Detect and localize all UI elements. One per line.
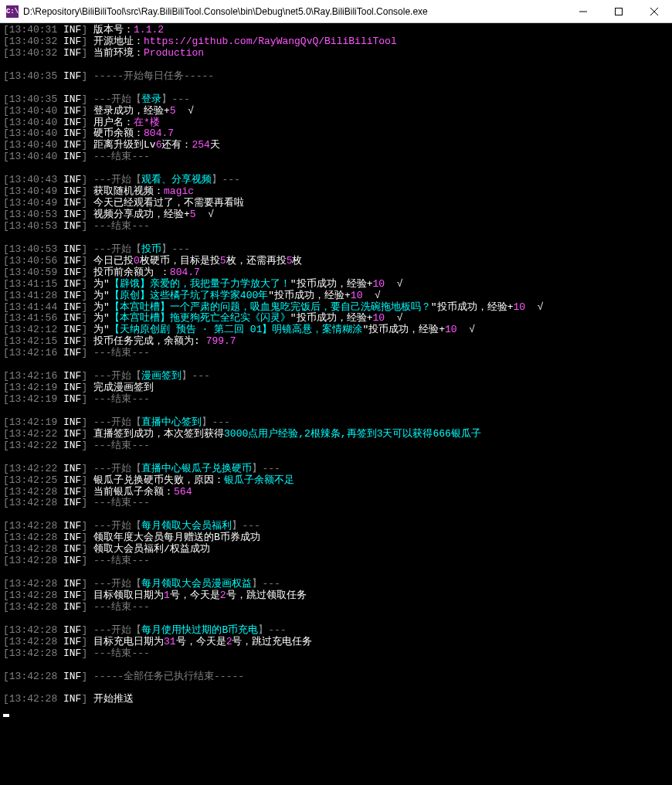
log-level: INF [63, 127, 81, 139]
log-line: [13:42:28 INF] 领取大会员福利/权益成功 [3, 544, 669, 556]
timestamp: [13:40:40 [3, 151, 63, 162]
log-segment: 直播签到成功，本次签到获得 [93, 428, 224, 440]
log-segment: 31 [164, 636, 176, 647]
log-line: [13:40:53 INF] ---开始【投币】--- [3, 244, 669, 256]
log-segment: 2 [220, 590, 226, 601]
log-line: [13:40:40 INF] 用户名：在*楼 [3, 117, 669, 129]
log-level: INF [63, 555, 81, 566]
log-segment: 799.7 [206, 335, 236, 347]
log-segment: 】--- [252, 463, 280, 474]
log-level: INF [63, 278, 81, 290]
log-level: INF [63, 347, 81, 359]
log-level: INF [63, 474, 81, 486]
log-level: INF [63, 220, 81, 232]
log-level: INF [63, 197, 81, 209]
log-segment: https://github.com/RayWangQvQ/BiliBiliTo… [144, 36, 397, 47]
log-level: INF [63, 382, 81, 393]
bracket-close: ] [81, 647, 93, 659]
log-segment: √ [385, 312, 402, 324]
log-segment: 10 [372, 278, 385, 290]
log-level: INF [63, 209, 81, 220]
log-line: [13:42:28 INF] 当前银瓜子余额：564 [3, 487, 669, 498]
log-segment: "投币成功，经验+ [268, 290, 351, 301]
log-level: INF [63, 70, 81, 82]
log-segment: 为" [93, 278, 110, 290]
log-segment: ---结束--- [93, 347, 150, 359]
log-segment: 10 [351, 290, 363, 301]
timestamp: [13:40:53 [3, 209, 63, 220]
log-segment: 获取随机视频： [93, 185, 164, 197]
log-level: INF [63, 590, 81, 601]
timestamp: [13:42:19 [3, 382, 63, 393]
log-segment: ---开始【 [93, 578, 141, 590]
timestamp: [13:42:28 [3, 543, 63, 555]
log-level: INF [63, 440, 81, 451]
bracket-close: ] [81, 671, 93, 682]
log-line: [13:40:31 INF] 版本号：1.1.2 [3, 25, 669, 36]
timestamp: [13:42:22 [3, 440, 63, 451]
log-segment: √ [176, 105, 194, 117]
log-line: [13:42:28 INF] ---结束--- [3, 498, 669, 509]
minimize-button[interactable] [565, 0, 601, 22]
log-segment: 登录 [141, 93, 161, 105]
log-segment: magic [164, 185, 194, 197]
maximize-button[interactable] [601, 0, 636, 22]
close-button[interactable] [636, 0, 672, 22]
log-segment: 【本宫吐槽】拖更狗死亡全纪实《闪灵》 [110, 312, 290, 324]
blank-line [3, 509, 669, 521]
log-segment: 1.1.2 [134, 24, 164, 36]
log-level: INF [63, 335, 81, 347]
bracket-close: ] [81, 151, 93, 162]
log-line: [13:42:28 INF] ---结束--- [3, 648, 669, 660]
terminal-output[interactable]: [13:40:31 INF] 版本号：1.1.2[13:40:32 INF] 开… [0, 23, 672, 785]
log-line: [13:42:28 INF] ---结束--- [3, 556, 669, 567]
timestamp: [13:42:28 [3, 636, 63, 647]
log-segment: 804.7 [170, 267, 200, 278]
log-segment: 当前银瓜子余额： [93, 486, 174, 498]
log-segment: ---开始【 [93, 624, 141, 636]
bracket-close: ] [81, 278, 93, 290]
log-segment: 银瓜子兑换硬币失败，原因： [93, 474, 224, 486]
bracket-close: ] [81, 267, 93, 278]
timestamp: [13:42:28 [3, 671, 63, 682]
log-line: [13:40:53 INF] 视频分享成功，经验+5 √ [3, 209, 669, 221]
log-segment: 距离升级到Lv [93, 139, 156, 151]
log-segment: 枚硬币，目标是投 [140, 255, 220, 267]
bracket-close: ] [81, 127, 93, 139]
log-segment: ---结束--- [93, 440, 150, 451]
blank-line [3, 452, 669, 464]
log-level: INF [63, 463, 81, 474]
bracket-close: ] [81, 255, 93, 267]
log-segment: 直播中心签到 [141, 416, 202, 428]
log-level: INF [63, 393, 81, 405]
log-segment: 观看、分享视频 [141, 174, 212, 185]
log-segment: 】--- [161, 93, 189, 105]
log-segment: 10 [445, 324, 457, 335]
log-segment: 10 [372, 312, 385, 324]
log-line: [13:42:19 INF] 完成漫画签到 [3, 382, 669, 394]
timestamp: [13:41:28 [3, 290, 63, 301]
log-level: INF [63, 532, 81, 543]
log-level: INF [63, 117, 81, 128]
timestamp: [13:40:40 [3, 117, 63, 128]
timestamp: [13:42:28 [3, 647, 63, 659]
svg-rect-1 [616, 8, 623, 15]
log-segment: 领取大会员福利/权益成功 [93, 543, 210, 555]
log-segment: -----开始每日任务----- [93, 70, 214, 82]
log-segment: 投币前余额为 ： [93, 267, 170, 278]
bracket-close: ] [81, 312, 93, 324]
timestamp: [13:40:53 [3, 220, 63, 232]
log-segment: ---开始【 [93, 520, 141, 532]
log-level: INF [63, 24, 81, 36]
timestamp: [13:42:28 [3, 532, 63, 543]
bracket-close: ] [81, 370, 93, 382]
log-segment: 每月领取大会员福利 [141, 520, 232, 532]
blank-line [3, 59, 669, 71]
log-level: INF [63, 174, 81, 185]
log-segment: 银瓜子余额不足 [224, 474, 294, 486]
log-line: [13:40:40 INF] 登录成功，经验+5 √ [3, 106, 669, 117]
timestamp: [13:40:35 [3, 70, 63, 82]
log-segment: 1 [164, 590, 170, 601]
timestamp: [13:40:49 [3, 185, 63, 197]
log-segment: 枚，还需再投 [226, 255, 287, 267]
